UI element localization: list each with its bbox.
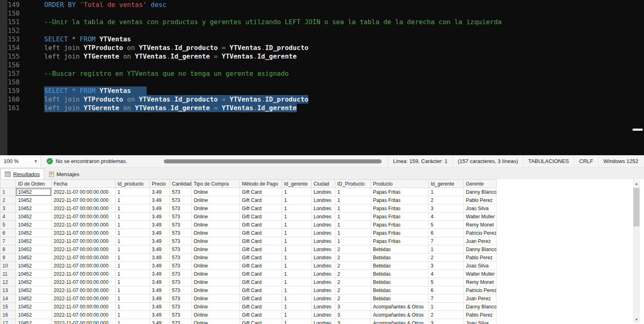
grid-cell[interactable]: Gift Card [240, 270, 282, 278]
code-text[interactable]: SELECT * FROM YTVentas [44, 86, 147, 95]
code-line[interactable]: 149ORDER BY 'Total de ventas' desc [0, 0, 644, 9]
grid-cell[interactable]: 573 [170, 196, 192, 204]
grid-cell[interactable]: 2022-11-07 00:00:00.000 [52, 204, 115, 213]
grid-cell[interactable]: Online [192, 188, 240, 196]
grid-cell[interactable]: Gift Card [240, 262, 282, 270]
grid-cell[interactable]: Gift Card [240, 303, 282, 311]
code-line[interactable]: 156 [0, 61, 644, 69]
code-line[interactable]: 153SELECT * FROM YTVentas [0, 35, 644, 43]
grid-cell[interactable]: 1 [282, 196, 312, 204]
column-header-3[interactable]: Precio [150, 180, 170, 188]
grid-cell[interactable]: Online [192, 278, 240, 286]
scroll-up-arrow-icon[interactable]: ▲ [633, 180, 640, 187]
grid-cell[interactable]: Londres [312, 237, 335, 245]
row-number-cell[interactable]: 1 [0, 188, 16, 196]
grid-cell[interactable]: Bebidas [371, 278, 429, 286]
grid-cell[interactable]: 573 [170, 204, 192, 213]
grid-cell[interactable]: 3 [429, 262, 464, 270]
select-all-corner[interactable] [0, 180, 16, 188]
grid-cell[interactable]: Bebidas [371, 254, 429, 262]
grid-cell[interactable]: Gift Card [240, 237, 282, 245]
line-ending[interactable]: CRLF [574, 155, 598, 167]
grid-cell[interactable]: 3 [335, 303, 371, 311]
grid-cell[interactable]: 1 [282, 237, 312, 245]
grid-cell[interactable]: Online [192, 295, 240, 303]
horizontal-scrollbar-thumb[interactable] [164, 159, 382, 163]
grid-cell[interactable]: 5 [429, 221, 464, 229]
grid-cell[interactable]: Walter Muller [464, 213, 497, 221]
grid-cell[interactable]: Gift Card [240, 254, 282, 262]
grid-cell[interactable]: 10452 [16, 303, 52, 311]
grid-cell[interactable]: Londres [312, 188, 335, 196]
grid-cell[interactable]: 573 [170, 188, 192, 196]
grid-cell[interactable]: 3.49 [150, 278, 170, 286]
grid-cell[interactable]: Juan Perez [464, 237, 497, 245]
grid-cell[interactable]: Walter Muller [464, 270, 497, 278]
grid-cell[interactable]: 10452 [16, 295, 52, 303]
grid-cell[interactable]: 3.49 [150, 254, 170, 262]
grid-cell[interactable]: 2 [335, 295, 371, 303]
code-line[interactable]: 158 [0, 78, 644, 86]
grid-cell[interactable]: 573 [170, 295, 192, 303]
grid-cell[interactable]: Gift Card [240, 188, 282, 196]
grid-cell[interactable]: Online [192, 311, 240, 319]
grid-cell[interactable]: 4 [429, 213, 464, 221]
zoom-control[interactable]: 100 % ▾ [0, 155, 41, 167]
row-number-cell[interactable]: 4 [0, 213, 16, 221]
grid-cell[interactable]: Remy Monet [464, 221, 497, 229]
grid-cell[interactable]: 2 [335, 278, 371, 286]
grid-cell[interactable]: 1 [335, 221, 371, 229]
grid-cell[interactable]: 10452 [16, 311, 52, 319]
code-line[interactable]: 155left join YTGerente on YTVentas.Id_ge… [0, 52, 644, 61]
row-number-cell[interactable]: 15 [0, 303, 16, 311]
grid-cell[interactable]: 1 [282, 245, 312, 254]
grid-cell[interactable]: 3.49 [150, 245, 170, 254]
grid-cell[interactable]: Bebidas [371, 295, 429, 303]
grid-cell[interactable]: 6 [429, 229, 464, 237]
grid-cell[interactable]: Bebidas [371, 245, 429, 254]
row-number-cell[interactable]: 12 [0, 278, 16, 286]
grid-cell[interactable]: 3 [335, 319, 371, 324]
grid-cell[interactable]: Papas Fritas [371, 229, 429, 237]
grid-cell[interactable]: Bebidas [371, 286, 429, 295]
grid-cell[interactable]: 2 [335, 254, 371, 262]
grid-cell[interactable]: 1 [115, 278, 150, 286]
grid-cell[interactable]: Acompañantes & Otros [371, 311, 429, 319]
grid-cell[interactable]: 1 [282, 303, 312, 311]
grid-cell[interactable]: 2022-11-07 00:00:00.000 [52, 295, 115, 303]
grid-cell[interactable]: 573 [170, 229, 192, 237]
code-text[interactable]: --Buscar registro en YTVentas que no ten… [44, 69, 289, 78]
grid-cell[interactable]: Gift Card [240, 245, 282, 254]
grid-cell[interactable]: Bebidas [371, 270, 429, 278]
selected-cell[interactable]: 10452 [16, 188, 52, 196]
grid-cell[interactable]: Londres [312, 213, 335, 221]
grid-cell[interactable]: 1 [282, 262, 312, 270]
grid-cell[interactable]: Gift Card [240, 204, 282, 213]
grid-cell[interactable]: Gift Card [240, 229, 282, 237]
grid-cell[interactable]: Gift Card [240, 213, 282, 221]
grid-cell[interactable]: 3.49 [150, 213, 170, 221]
column-header-2[interactable]: Id_producto [115, 180, 150, 188]
grid-cell[interactable]: Gift Card [240, 295, 282, 303]
grid-cell[interactable]: 2 [429, 311, 464, 319]
grid-cell[interactable]: 10452 [16, 221, 52, 229]
grid-cell[interactable]: Online [192, 221, 240, 229]
code-text[interactable]: left join YTGerente on YTVentas.Id_geren… [44, 52, 297, 61]
grid-cell[interactable]: 7 [429, 295, 464, 303]
grid-cell[interactable]: 3.49 [150, 237, 170, 245]
row-number-cell[interactable]: 17 [0, 319, 16, 324]
grid-cell[interactable]: 1 [115, 237, 150, 245]
grid-cell[interactable]: 1 [115, 221, 150, 229]
grid-cell[interactable]: 1 [282, 319, 312, 324]
grid-cell[interactable]: Patricio Perez [464, 286, 497, 295]
vertical-scrollbar-thumb[interactable] [633, 188, 639, 227]
row-number-cell[interactable]: 9 [0, 254, 16, 262]
grid-cell[interactable]: 3.49 [150, 188, 170, 196]
grid-cell[interactable]: 3.49 [150, 311, 170, 319]
grid-cell[interactable]: Online [192, 262, 240, 270]
grid-cell[interactable]: 1 [282, 278, 312, 286]
grid-cell[interactable]: 2022-11-07 00:00:00.000 [52, 278, 115, 286]
cursor-position[interactable]: Línea: 159, Carácter: 1 [388, 155, 452, 167]
grid-cell[interactable]: Danny Blanco [464, 188, 497, 196]
code-line[interactable]: 161left join YTGerente on YTVentas.Id_ge… [0, 104, 644, 112]
